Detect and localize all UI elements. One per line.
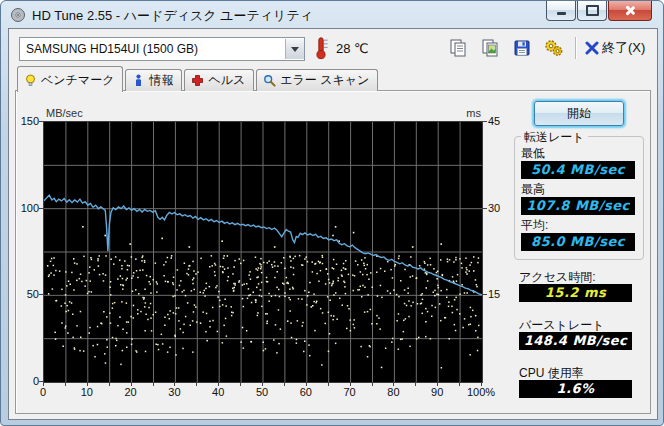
access-time-dot (131, 338, 133, 340)
tab-info[interactable]: 情報 (125, 69, 182, 91)
exit-button[interactable]: 終了(X) (585, 37, 645, 59)
access-time-dot (455, 257, 457, 259)
access-time-dot (234, 284, 236, 286)
copy-text-button[interactable] (445, 36, 471, 60)
access-time-dot (333, 268, 335, 270)
access-time-dot (125, 279, 127, 281)
access-time-dot (127, 278, 129, 280)
access-time-dot (273, 339, 275, 341)
x-axis-tick (109, 382, 110, 386)
access-time-dot (65, 271, 67, 273)
access-time-dot (212, 307, 214, 309)
drive-select[interactable]: SAMSUNG HD154UI (1500 GB) (19, 37, 305, 61)
access-time-dot (251, 302, 253, 304)
min-rate-label: 最低 (521, 145, 545, 162)
access-time-dot (417, 303, 419, 305)
access-time-dot (140, 311, 142, 313)
avg-rate-value: 85.0 MB/sec (521, 233, 635, 251)
minimize-button[interactable] (546, 1, 576, 21)
title-bar[interactable]: HD Tune 2.55 - ハードディスク ユーティリティ (1, 1, 663, 29)
access-time-dot (119, 316, 121, 318)
options-button[interactable] (541, 36, 567, 60)
access-time-dot (266, 277, 268, 279)
access-time-outlier-dot (440, 243, 442, 245)
access-time-dot (348, 308, 350, 310)
access-time-dot (416, 278, 418, 280)
x-axis-tick (437, 382, 438, 386)
tab-error-scan[interactable]: エラー スキャン (256, 69, 378, 91)
access-time-dot (150, 317, 152, 319)
access-time-dot (268, 293, 270, 295)
access-time-dot (350, 330, 352, 332)
access-time-dot (54, 332, 56, 334)
access-time-outlier-dot (129, 243, 131, 245)
access-time-dot (83, 256, 85, 258)
access-time-dot (422, 293, 424, 295)
access-time-dot (109, 312, 111, 314)
access-time-dot (275, 324, 277, 326)
access-time-dot (457, 274, 459, 276)
x-axis-tick-label: 70 (332, 386, 368, 398)
access-time-dot (90, 280, 92, 282)
access-time-dot (431, 316, 433, 318)
access-time-dot (407, 288, 409, 290)
access-time-dot (434, 295, 436, 297)
maximize-button[interactable] (577, 1, 607, 21)
access-time-dot (478, 325, 480, 327)
access-time-dot (225, 318, 227, 320)
access-time-dot (478, 257, 480, 259)
access-time-dot (141, 260, 143, 262)
access-time-dot (115, 256, 117, 258)
access-time-dot (265, 313, 267, 315)
access-time-dot (322, 263, 324, 265)
access-time-dot (301, 264, 303, 266)
access-time-dot (176, 289, 178, 291)
access-time-dot (163, 275, 165, 277)
access-time-dot (231, 312, 233, 314)
access-time-dot (357, 289, 359, 291)
save-button[interactable] (509, 36, 535, 60)
access-time-dot (174, 335, 176, 337)
access-time-outlier-dot (104, 235, 106, 237)
access-time-dot (177, 269, 179, 271)
access-time-dot (122, 329, 124, 331)
access-time-dot (182, 291, 184, 293)
copy-image-button[interactable] (477, 36, 503, 60)
tab-health[interactable]: ヘルス (184, 69, 254, 91)
access-time-dot (97, 258, 99, 260)
access-time-dot (191, 290, 193, 292)
x-axis-tick (393, 382, 394, 386)
access-time-dot (217, 296, 219, 298)
access-time-dot (89, 327, 91, 329)
access-time-dot (165, 261, 167, 263)
access-time-dot (126, 347, 128, 349)
x-axis-tick-label: 20 (113, 386, 149, 398)
access-time-outlier-dot (221, 240, 223, 242)
access-time-dot (167, 351, 169, 353)
exit-x-icon (585, 41, 599, 55)
access-time-dot (103, 311, 105, 313)
access-time-dot (422, 299, 424, 301)
access-time-dot (178, 307, 180, 309)
access-time-dot (466, 269, 468, 271)
access-time-dot (277, 265, 279, 267)
start-button[interactable]: 開始 (534, 101, 624, 126)
close-button[interactable] (608, 1, 652, 21)
access-time-dot (435, 307, 437, 309)
access-time-dot (79, 278, 81, 280)
access-time-dot (246, 283, 248, 285)
access-time-dot (68, 281, 70, 283)
access-time-dot (289, 310, 291, 312)
min-rate-value: 50.4 MB/sec (521, 161, 635, 179)
access-time-dot (312, 261, 314, 263)
access-time-dot (97, 260, 99, 262)
tab-benchmark[interactable]: ベンチマーク (17, 66, 123, 92)
access-time-dot (320, 262, 322, 264)
access-time-dot (65, 327, 67, 329)
access-time-dot (186, 273, 188, 275)
access-time-dot (162, 343, 164, 345)
access-time-dot (136, 351, 138, 353)
drive-select-arrow[interactable] (285, 39, 304, 59)
access-time-dot (451, 306, 453, 308)
access-time-dot (200, 258, 202, 260)
